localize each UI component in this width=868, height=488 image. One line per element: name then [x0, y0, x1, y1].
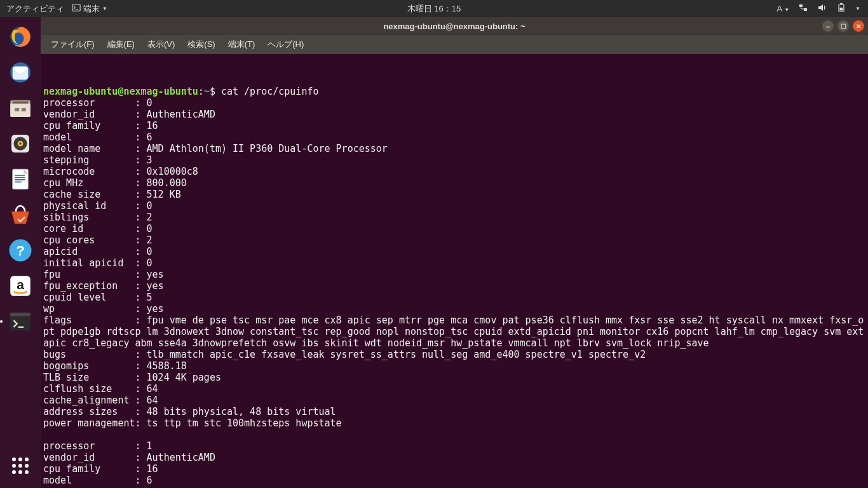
window-title: nexmag-ubuntu@nexmag-ubuntu: ~ [383, 22, 525, 31]
network-icon[interactable] [798, 3, 808, 15]
apps-grid-icon [12, 458, 29, 474]
svg-rect-13 [22, 108, 26, 111]
menu-help[interactable]: ヘルプ(H) [264, 37, 308, 51]
svg-rect-19 [15, 175, 25, 176]
svg-rect-6 [840, 8, 843, 11]
menu-search[interactable]: 検索(S) [184, 37, 219, 51]
app-menu[interactable]: 端末 ▼ [72, 3, 107, 15]
terminal-window: nexmag-ubuntu@nexmag-ubuntu: ~ ‒ ☐ ✕ ファイ… [41, 17, 868, 488]
svg-rect-0 [72, 4, 80, 11]
input-method-indicator[interactable]: A ▼ [777, 4, 790, 13]
battery-icon[interactable] [836, 3, 846, 15]
show-apps-button[interactable] [4, 450, 36, 482]
top-panel-right: A ▼ ▼ [777, 3, 868, 15]
prompt-end: $ [210, 86, 221, 97]
terminal-output: processor : 0 vendor_id : AuthenticAMD c… [43, 97, 864, 486]
svg-rect-28 [10, 313, 31, 316]
app-menu-label: 端末 [83, 3, 100, 15]
svg-rect-11 [13, 102, 29, 104]
thunderbird-icon[interactable] [4, 57, 36, 88]
svg-rect-21 [15, 179, 25, 180]
terminal-icon [72, 3, 81, 14]
svg-rect-2 [799, 4, 803, 7]
launcher: ? a [0, 17, 41, 488]
system-menu-chevron-icon[interactable]: ▼ [855, 6, 860, 11]
firefox-icon[interactable] [4, 21, 36, 53]
terminal-body[interactable]: nexmag-ubuntu@nexmag-ubuntu:~$ cat /proc… [41, 54, 868, 488]
svg-text:a: a [17, 277, 24, 292]
menu-edit[interactable]: 編集(E) [104, 37, 139, 51]
clock[interactable]: 木曜日 16：15 [407, 3, 461, 15]
prompt-path: ~ [204, 86, 210, 97]
libreoffice-writer-icon[interactable] [4, 163, 36, 195]
maximize-button[interactable]: ☐ [837, 20, 849, 32]
titlebar[interactable]: nexmag-ubuntu@nexmag-ubuntu: ~ ‒ ☐ ✕ [41, 17, 868, 35]
chevron-down-icon: ▼ [102, 6, 107, 11]
prompt-sep: : [198, 86, 204, 97]
menu-file[interactable]: ファイル(F) [47, 37, 98, 51]
top-panel-left: アクティビティ 端末 ▼ [0, 3, 107, 15]
window-controls: ‒ ☐ ✕ [822, 20, 864, 32]
menu-terminal[interactable]: 端末(T) [224, 37, 259, 51]
help-icon[interactable]: ? [4, 234, 36, 266]
svg-rect-3 [804, 8, 807, 11]
svg-rect-12 [15, 108, 19, 111]
terminal-launcher-icon[interactable] [4, 306, 36, 337]
command-text: cat /proc/cpuinfo [221, 86, 319, 97]
rhythmbox-icon[interactable] [4, 128, 36, 159]
svg-rect-5 [840, 3, 843, 4]
svg-rect-20 [15, 177, 25, 179]
volume-icon[interactable] [817, 3, 827, 15]
files-icon[interactable] [4, 92, 36, 124]
top-panel: アクティビティ 端末 ▼ 木曜日 16：15 A ▼ ▼ [0, 0, 868, 17]
svg-rect-10 [10, 104, 31, 117]
svg-text:?: ? [16, 242, 25, 259]
menubar: ファイル(F) 編集(E) 表示(V) 検索(S) 端末(T) ヘルプ(H) [41, 35, 868, 54]
close-button[interactable]: ✕ [853, 20, 864, 32]
activities-button[interactable]: アクティビティ [6, 3, 64, 15]
svg-rect-22 [15, 182, 22, 183]
amazon-icon[interactable]: a [4, 270, 36, 302]
svg-point-17 [19, 142, 22, 145]
minimize-button[interactable]: ‒ [822, 20, 834, 32]
ubuntu-software-icon[interactable] [4, 199, 36, 231]
prompt-user: nexmag-ubuntu@nexmag-ubuntu [43, 86, 198, 97]
menu-view[interactable]: 表示(V) [144, 37, 179, 51]
